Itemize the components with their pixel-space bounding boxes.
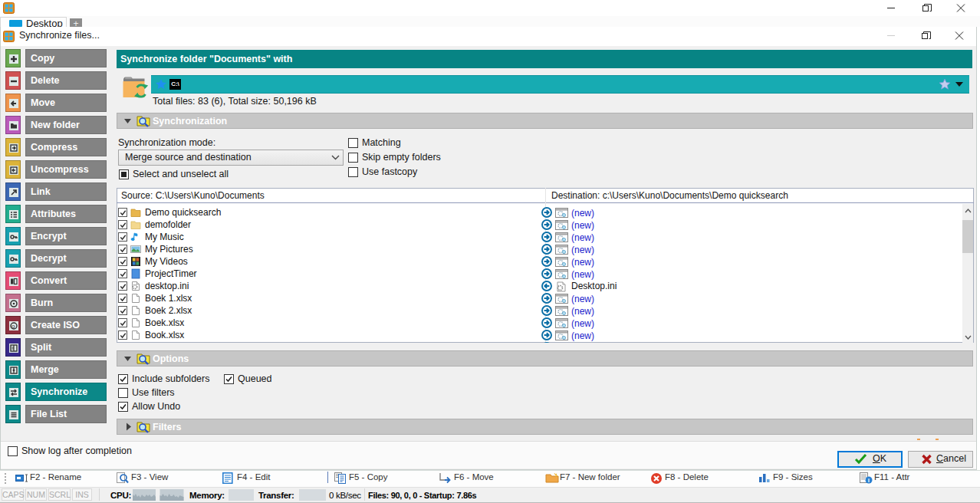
svg-text:i: i <box>868 477 870 484</box>
svg-text:o: o <box>12 323 15 330</box>
